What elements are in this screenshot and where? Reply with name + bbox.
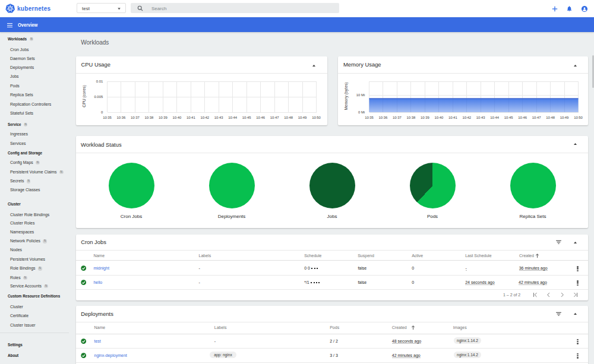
svg-text:10:38: 10:38 — [145, 116, 154, 119]
svg-text:10:39: 10:39 — [159, 116, 168, 119]
svg-text:10:35: 10:35 — [103, 116, 112, 119]
svg-text:10:37: 10:37 — [131, 116, 140, 119]
svg-text:10:36: 10:36 — [117, 116, 126, 119]
svg-text:10:49: 10:49 — [298, 116, 307, 119]
svg-text:10:48: 10:48 — [284, 116, 293, 119]
svg-text:10:38: 10:38 — [407, 116, 416, 119]
svg-text:10:49: 10:49 — [560, 116, 569, 119]
svg-text:10:41: 10:41 — [448, 116, 457, 119]
svg-text:0.01: 0.01 — [96, 80, 103, 83]
svg-text:10:40: 10:40 — [172, 116, 181, 119]
svg-text:10:47: 10:47 — [270, 116, 279, 119]
svg-text:10:44: 10:44 — [228, 116, 237, 119]
svg-text:10:41: 10:41 — [187, 116, 195, 119]
svg-text:10:50: 10:50 — [574, 116, 583, 119]
svg-text:10:44: 10:44 — [490, 116, 499, 119]
svg-text:0.005: 0.005 — [94, 95, 103, 99]
svg-text:10:42: 10:42 — [462, 116, 471, 119]
svg-text:Memory (bytes): Memory (bytes) — [344, 82, 349, 110]
svg-text:0: 0 — [101, 110, 103, 114]
svg-text:10:50: 10:50 — [312, 116, 321, 119]
svg-text:10:42: 10:42 — [200, 116, 209, 119]
svg-text:10:40: 10:40 — [434, 116, 443, 119]
svg-text:10:45: 10:45 — [504, 116, 513, 119]
svg-text:10:43: 10:43 — [214, 116, 223, 119]
svg-text:10:39: 10:39 — [421, 116, 429, 119]
svg-text:10:37: 10:37 — [393, 116, 402, 119]
svg-text:CPU (cores): CPU (cores) — [82, 85, 87, 107]
svg-text:10:45: 10:45 — [242, 116, 251, 119]
svg-text:10:46: 10:46 — [256, 116, 265, 119]
svg-text:10:36: 10:36 — [379, 116, 388, 119]
svg-text:10:47: 10:47 — [532, 116, 541, 119]
svg-text:10 Mi: 10 Mi — [356, 93, 365, 97]
svg-text:10:43: 10:43 — [476, 116, 485, 119]
svg-text:10:35: 10:35 — [365, 116, 374, 119]
svg-text:10:46: 10:46 — [518, 116, 527, 119]
svg-text:0 Mi: 0 Mi — [358, 110, 365, 114]
svg-text:10:48: 10:48 — [546, 116, 555, 119]
